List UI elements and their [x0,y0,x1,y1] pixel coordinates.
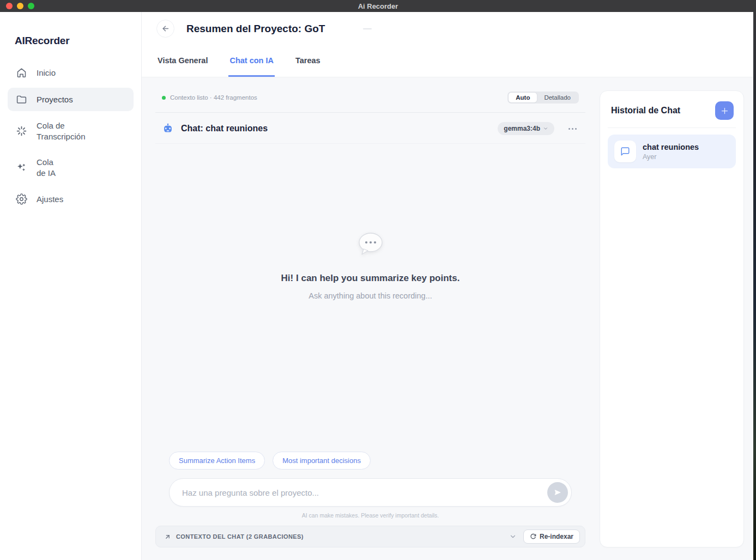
chevron-down-icon [509,533,517,540]
sidebar-item-label: Cola de Transcripción [37,120,85,142]
sidebar-item-label: Ajustes [37,194,63,205]
history-item-title: chat reuniones [643,143,699,151]
robot-icon [162,123,174,135]
arrow-up-right-icon [164,533,171,540]
chat-bubble-icon [614,141,636,162]
context-expand-chevron[interactable] [509,533,517,540]
window-title: Ai Recorder [0,2,756,10]
background-window-edge [753,0,756,560]
sidebar-item-cola-transcripcion[interactable]: Cola de Transcripción [8,114,134,148]
ai-disclaimer: AI can make mistakes. Please verify impo… [155,512,585,519]
tab-chat-con-ia[interactable]: Chat con IA [228,44,275,77]
sidebar-item-label: Inicio [37,68,56,78]
context-status-text: Contexto listo · 442 fragmentos [170,94,257,101]
speech-balloon-icon [357,232,384,257]
chevron-down-icon [543,126,548,131]
mode-option-auto[interactable]: Auto [509,93,537,102]
chat-header: Chat: chat reuniones gemma3:4b [155,113,585,144]
title-faint-mark [363,28,372,29]
tab-vista-general[interactable]: Vista General [156,44,209,77]
tab-tareas[interactable]: Tareas [294,44,322,77]
chat-panel: Contexto listo · 442 fragmentos Auto Det… [155,90,585,547]
sidebar-item-label: Proyectos [37,94,73,105]
history-item-time: Ayer [643,153,699,161]
empty-state-heading: Hi! I can help you summarize key points. [281,273,460,284]
titlebar: Ai Recorder [0,0,756,12]
plus-icon [721,107,729,115]
chat-input[interactable] [169,478,572,507]
sidebar-item-inicio[interactable]: Inicio [8,61,134,84]
gear-icon [16,193,27,205]
app-brand: AIRecorder [0,24,141,61]
sidebar-item-cola-ia[interactable]: Cola de IA [8,151,134,184]
sidebar-item-ajustes[interactable]: Ajustes [8,187,134,211]
home-icon [16,67,27,78]
model-selector[interactable]: gemma3:4b [498,122,554,135]
refresh-icon [530,533,536,540]
history-item-chat-reuniones[interactable]: chat reuniones Ayer [608,135,736,168]
page-header: Resumen del Proyecto: GoT [142,12,756,44]
context-mode-toggle: Auto Detallado [507,92,579,104]
reindex-button[interactable]: Re-indexar [523,529,580,544]
arrow-left-icon [161,24,170,33]
chat-context-bar[interactable]: CONTEXTO DEL CHAT (2 GRABACIONES) Re-ind… [155,526,585,547]
send-icon [553,488,562,497]
sparkles-icon [16,162,27,173]
sidebar-item-label: Cola de IA [37,157,56,178]
suggestion-chip-action-items[interactable]: Summarize Action Items [169,452,265,470]
chat-menu-button[interactable] [566,126,579,132]
sidebar: AIRecorder Inicio Proyectos Cola de Tran… [0,12,142,560]
sidebar-item-proyectos[interactable]: Proyectos [8,88,134,111]
tab-bar: Vista General Chat con IA Tareas [142,44,756,77]
back-button[interactable] [156,20,174,38]
model-name: gemma3:4b [504,125,540,132]
folder-icon [16,94,27,105]
loader-icon [16,125,27,137]
send-button[interactable] [547,482,568,503]
page-title: Resumen del Proyecto: GoT [186,23,325,35]
context-bar-label: CONTEXTO DEL CHAT (2 GRABACIONES) [176,533,304,540]
new-chat-button[interactable] [715,101,734,120]
suggestion-chip-decisions[interactable]: Most important decisions [273,452,371,470]
chat-title: Chat: chat reuniones [181,124,268,133]
mode-option-detallado[interactable]: Detallado [537,93,578,102]
reindex-label: Re-indexar [540,533,573,540]
suggestion-chips: Summarize Action Items Most important de… [155,452,585,477]
chat-history-panel: Historial de Chat chat reuniones Ayer [600,90,744,547]
chat-empty-state: Hi! I can help you summarize key points.… [155,144,585,452]
empty-state-subtext: Ask anything about this recording... [309,291,432,300]
context-status: Contexto listo · 442 fragmentos [162,94,257,101]
status-dot-icon [162,96,166,100]
history-title: Historial de Chat [611,106,680,115]
